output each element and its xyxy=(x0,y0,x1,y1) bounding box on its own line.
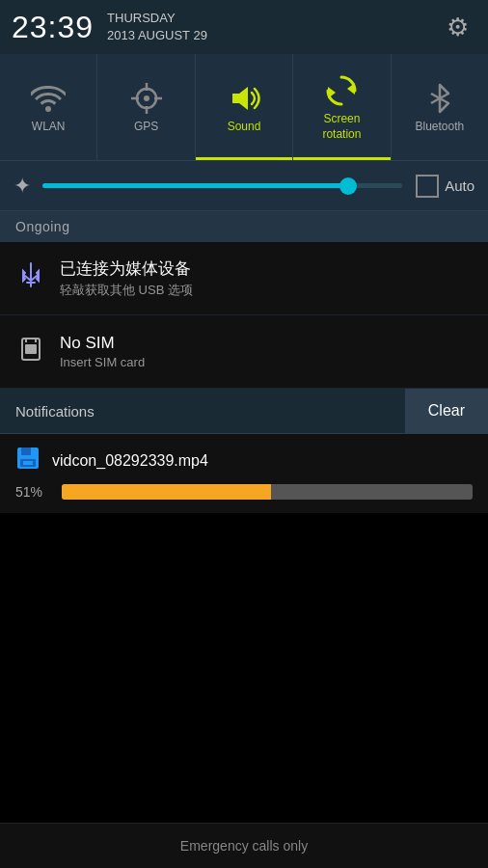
status-info: THURSDAY 2013 AUGUST 29 xyxy=(107,10,207,44)
qs-item-bluetooth[interactable]: Bluetooth xyxy=(392,54,488,160)
svg-rect-10 xyxy=(25,344,37,354)
auto-label: Auto xyxy=(445,177,474,194)
qs-item-wlan[interactable]: WLAN xyxy=(0,54,97,160)
svg-marker-7 xyxy=(347,83,355,95)
sim-title: No SIM xyxy=(60,334,473,353)
clear-button[interactable]: Clear xyxy=(405,389,488,433)
quick-settings: WLAN GPS Sound Screenrotation xyxy=(0,54,488,161)
usb-notification[interactable]: 已连接为媒体设备 轻敲获取其他 USB 选项 xyxy=(0,242,488,315)
sim-icon xyxy=(15,335,46,368)
download-notification[interactable]: vidcon_08292339.mp4 51% xyxy=(0,434,488,513)
brightness-fill xyxy=(42,183,348,188)
svg-point-1 xyxy=(144,95,149,101)
brightness-thumb xyxy=(339,177,357,195)
status-day: THURSDAY xyxy=(107,10,207,27)
progress-fill xyxy=(62,484,271,500)
qs-label-sound: Sound xyxy=(228,120,261,135)
sim-svg xyxy=(17,335,44,362)
notifications-label: Notifications xyxy=(0,390,405,433)
qs-label-rotation: Screenrotation xyxy=(322,112,361,142)
bluetooth-icon xyxy=(422,81,457,116)
status-time: 23:39 xyxy=(12,10,94,45)
footer-text: Emergency calls only xyxy=(180,838,308,854)
svg-marker-8 xyxy=(328,87,336,98)
svg-rect-12 xyxy=(21,448,31,455)
svg-rect-14 xyxy=(23,461,33,465)
qs-item-sound[interactable]: Sound xyxy=(196,54,293,160)
qs-label-gps: GPS xyxy=(134,120,158,135)
brightness-slider[interactable] xyxy=(42,183,402,188)
rotation-icon xyxy=(324,73,359,108)
progress-track xyxy=(62,484,473,500)
footer: Emergency calls only xyxy=(0,823,488,868)
ongoing-section-header: Ongoing xyxy=(0,211,488,242)
sim-text-block: No SIM Insert SIM card xyxy=(60,334,473,369)
brightness-icon: ✦ xyxy=(14,174,31,199)
download-header: vidcon_08292339.mp4 xyxy=(15,446,473,476)
download-filename: vidcon_08292339.mp4 xyxy=(52,452,208,470)
notifications-header: Notifications Clear xyxy=(0,389,488,434)
settings-button[interactable]: ⚙ xyxy=(438,8,476,46)
status-date: 2013 AUGUST 29 xyxy=(107,27,207,44)
download-progress-row: 51% xyxy=(15,484,473,500)
brightness-bar: ✦ Auto xyxy=(0,161,488,211)
sound-icon xyxy=(227,81,261,116)
gear-icon: ⚙ xyxy=(447,13,469,42)
auto-checkbox-container[interactable]: Auto xyxy=(416,175,474,198)
usb-svg xyxy=(17,261,44,288)
status-bar: 23:39 THURSDAY 2013 AUGUST 29 ⚙ xyxy=(0,0,488,54)
usb-subtitle: 轻敲获取其他 USB 选项 xyxy=(60,282,473,299)
floppy-svg xyxy=(15,446,41,471)
svg-marker-6 xyxy=(232,87,248,110)
usb-title: 已连接为媒体设备 xyxy=(60,258,473,280)
sim-notification[interactable]: No SIM Insert SIM card xyxy=(0,315,488,389)
qs-item-gps[interactable]: GPS xyxy=(97,54,195,160)
qs-label-wlan: WLAN xyxy=(32,120,66,135)
wlan-icon xyxy=(31,81,66,116)
usb-text-block: 已连接为媒体设备 轻敲获取其他 USB 选项 xyxy=(60,258,473,299)
usb-icon xyxy=(15,261,46,295)
download-percent: 51% xyxy=(15,484,50,500)
download-icon xyxy=(15,446,41,476)
qs-item-screen-rotation[interactable]: Screenrotation xyxy=(293,54,391,160)
auto-checkbox[interactable] xyxy=(416,175,439,198)
qs-label-bluetooth: Bluetooth xyxy=(415,120,464,135)
gps-icon xyxy=(129,81,164,116)
sim-subtitle: Insert SIM card xyxy=(60,355,473,369)
